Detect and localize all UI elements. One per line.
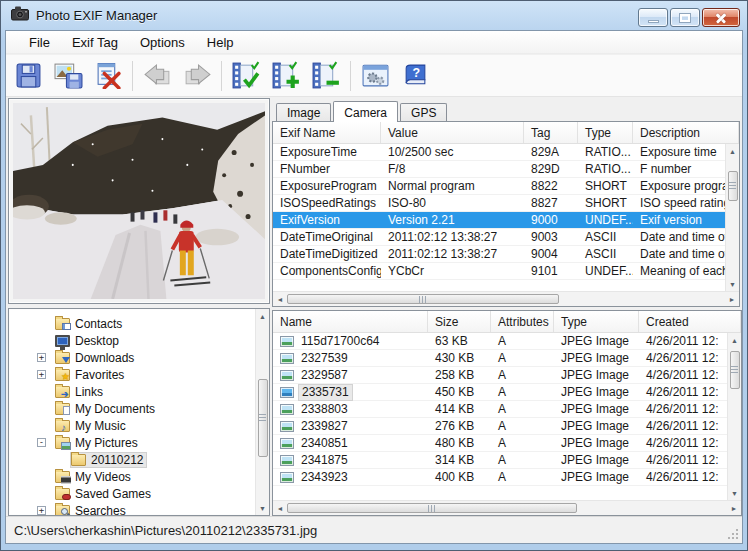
- exif-check-button[interactable]: [226, 57, 266, 95]
- resize-grip[interactable]: [736, 537, 738, 539]
- next-arrow-icon: [182, 63, 213, 88]
- scrollbar-thumb[interactable]: [258, 379, 268, 457]
- scrollbar-thumb[interactable]: [730, 351, 740, 389]
- file-row[interactable]: 2329587258 KBAJPEG Image4/26/2011 12:: [273, 367, 727, 384]
- cell-type: ASCII: [578, 230, 633, 244]
- cell-exif-name: FNumber: [273, 162, 381, 176]
- scroll-up-icon[interactable]: [726, 144, 740, 158]
- file-row[interactable]: 115d71700c6463 KBAJPEG Image4/26/2011 12…: [273, 333, 727, 350]
- scroll-down-icon[interactable]: [256, 501, 270, 515]
- tree-item-saved-games[interactable]: Saved Games: [9, 485, 255, 502]
- cell-tag: 9003: [524, 230, 578, 244]
- table-row[interactable]: FNumberF/8829DRATIO...F number: [273, 161, 725, 178]
- minimize-button[interactable]: [638, 8, 668, 27]
- scroll-right-icon[interactable]: [727, 501, 741, 515]
- menu-exif-tag[interactable]: Exif Tag: [61, 32, 129, 53]
- column-header-created[interactable]: Created: [639, 311, 741, 332]
- column-header-size[interactable]: Size: [428, 311, 491, 332]
- exif-vertical-scrollbar[interactable]: [725, 144, 739, 291]
- scroll-left-icon[interactable]: [273, 292, 287, 306]
- expand-icon[interactable]: +: [37, 370, 46, 379]
- table-row[interactable]: ExposureTime10/2500 sec829ARATIO...Expos…: [273, 144, 725, 161]
- tab-gps[interactable]: GPS: [400, 103, 447, 121]
- file-row[interactable]: 2340851480 KBAJPEG Image4/26/2011 12:: [273, 435, 727, 452]
- folder-tree-panel: Contacts Desktop + Downloads + Favorites…: [8, 308, 270, 516]
- file-row[interactable]: 2339827276 KBAJPEG Image4/26/2011 12:: [273, 418, 727, 435]
- next-image-button[interactable]: [177, 57, 217, 95]
- cell-value: F/8: [381, 162, 524, 176]
- table-row-selected[interactable]: ExifVersionVersion 2.219000UNDEF...Exif …: [273, 212, 725, 229]
- tree-item-contacts[interactable]: Contacts: [9, 315, 255, 332]
- title-bar[interactable]: Photo EXIF Manager: [5, 1, 743, 30]
- file-row[interactable]: 2338803414 KBAJPEG Image4/26/2011 12:: [273, 401, 727, 418]
- previous-image-button[interactable]: [137, 57, 177, 95]
- exif-add-button[interactable]: [266, 57, 306, 95]
- expand-icon[interactable]: +: [37, 353, 46, 362]
- exif-remove-button[interactable]: [306, 57, 346, 95]
- table-row[interactable]: DateTimeOriginal2011:02:12 13:38:279003A…: [273, 229, 725, 246]
- menu-options[interactable]: Options: [129, 32, 196, 53]
- tree-item-downloads[interactable]: + Downloads: [9, 349, 255, 366]
- expand-icon[interactable]: +: [37, 506, 46, 515]
- exif-horizontal-scrollbar[interactable]: [273, 291, 739, 306]
- scrollbar-thumb[interactable]: [287, 503, 577, 513]
- tree-item-searches[interactable]: + Searches: [9, 502, 255, 515]
- menu-help[interactable]: Help: [196, 32, 245, 53]
- tab-camera[interactable]: Camera: [333, 101, 398, 122]
- tree-item-my-documents[interactable]: My Documents: [9, 400, 255, 417]
- tree-item-favorites[interactable]: + Favorites: [9, 366, 255, 383]
- exif-rows: ExposureTime10/2500 sec829ARATIO...Expos…: [273, 144, 725, 291]
- scroll-down-icon[interactable]: [728, 486, 742, 500]
- column-header-type[interactable]: Type: [578, 122, 633, 143]
- table-row[interactable]: ComponentsConfig...YCbCr9101UNDEF...Mean…: [273, 263, 725, 280]
- contacts-icon: [55, 318, 70, 330]
- maximize-button[interactable]: [670, 8, 700, 27]
- jpeg-thumbnail-icon: [280, 421, 294, 432]
- scrollbar-thumb[interactable]: [728, 171, 738, 201]
- client-area: File Exif Tag Options Help: [5, 30, 743, 544]
- maximize-icon: [680, 14, 690, 22]
- tree-item-20110212[interactable]: 20110212: [9, 451, 255, 468]
- scroll-up-icon[interactable]: [256, 309, 270, 323]
- tree-item-desktop[interactable]: Desktop: [9, 332, 255, 349]
- table-row[interactable]: ISOSpeedRatingsISO-808827SHORTISO speed …: [273, 195, 725, 212]
- file-row-selected[interactable]: 2335731450 KBAJPEG Image4/26/2011 12:: [273, 384, 727, 401]
- column-header-exif-name[interactable]: Exif Name: [273, 122, 381, 143]
- file-row[interactable]: 2327539430 KBAJPEG Image4/26/2011 12:: [273, 350, 727, 367]
- scrollbar-thumb[interactable]: [287, 294, 559, 304]
- tree-vertical-scrollbar[interactable]: [255, 309, 269, 515]
- table-row[interactable]: ExposureProgramNormal program8822SHORTEx…: [273, 178, 725, 195]
- delete-exif-button[interactable]: [88, 57, 128, 95]
- scroll-down-icon[interactable]: [726, 277, 740, 291]
- collapse-icon[interactable]: -: [37, 438, 46, 447]
- tree-item-links[interactable]: Links: [9, 383, 255, 400]
- videos-icon: [55, 471, 70, 483]
- help-button[interactable]: ?: [395, 57, 435, 95]
- save-button[interactable]: [8, 57, 48, 95]
- files-vertical-scrollbar[interactable]: [727, 333, 741, 500]
- options-button[interactable]: [355, 57, 395, 95]
- column-header-value[interactable]: Value: [381, 122, 524, 143]
- preview-photo-winter-ski-trail: [13, 103, 265, 299]
- column-header-description[interactable]: Description: [633, 122, 739, 143]
- column-header-name[interactable]: Name: [273, 311, 428, 332]
- tree-item-my-videos[interactable]: My Videos: [9, 468, 255, 485]
- cell-type: RATIO...: [578, 145, 633, 159]
- column-header-tag[interactable]: Tag: [524, 122, 578, 143]
- menu-file[interactable]: File: [18, 32, 61, 53]
- folder-tree: Contacts Desktop + Downloads + Favorites…: [9, 309, 255, 515]
- file-row[interactable]: 2343923400 KBAJPEG Image4/26/2011 12:: [273, 469, 727, 486]
- tab-image[interactable]: Image: [276, 103, 331, 121]
- tree-item-my-pictures[interactable]: - My Pictures: [9, 434, 255, 451]
- save-image-button[interactable]: [48, 57, 88, 95]
- scroll-right-icon[interactable]: [725, 292, 739, 306]
- scroll-left-icon[interactable]: [273, 501, 287, 515]
- scroll-up-icon[interactable]: [728, 333, 742, 347]
- table-row[interactable]: DateTimeDigitized2011:02:12 13:38:279004…: [273, 246, 725, 263]
- column-header-attributes[interactable]: Attributes: [491, 311, 554, 332]
- files-horizontal-scrollbar[interactable]: [273, 500, 741, 515]
- close-button[interactable]: [702, 8, 740, 27]
- file-row[interactable]: 2341875314 KBAJPEG Image4/26/2011 12:: [273, 452, 727, 469]
- column-header-type[interactable]: Type: [554, 311, 639, 332]
- tree-item-my-music[interactable]: My Music: [9, 417, 255, 434]
